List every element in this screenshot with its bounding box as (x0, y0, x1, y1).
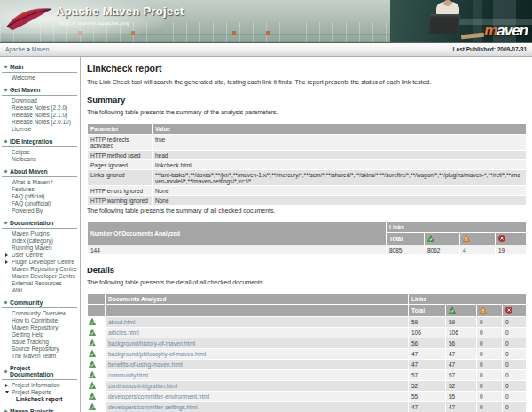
links-warn: 0 (477, 328, 502, 338)
links-total: 55 (409, 392, 445, 401)
links-total: 59 (409, 317, 445, 327)
site-title: Apache Maven Project (56, 4, 184, 18)
links-warn: 4 (460, 245, 495, 254)
sidebar-item-maven-repository-centre[interactable]: Maven Repository Centre (0, 266, 80, 273)
table-row: HTTP method used head (88, 151, 526, 159)
links-warn: 0 (477, 381, 502, 391)
summary-table: Number Of Documents Analyzed Links Total… (87, 222, 527, 255)
links-warn: 0 (477, 338, 502, 348)
page: Apache Maven Project http:// maven.apach… (0, 0, 532, 412)
breadcrumb-link-maven[interactable]: Maven (32, 46, 50, 52)
sidebar-item-maven-developer-centre[interactable]: Maven Developer Centre (0, 273, 80, 280)
sidebar-item-download[interactable]: Download (0, 97, 80, 105)
links-err: 0 (503, 392, 526, 401)
links-ok: 52 (446, 381, 476, 391)
links-ok: 55 (446, 392, 476, 401)
document-link[interactable]: community.html (108, 372, 148, 378)
sidebar-nav: Main Welcome Get Maven Download Release … (0, 57, 81, 412)
table-row: Pages ignored linkcheck.html (88, 160, 526, 169)
apache-feather-logo[interactable] (4, 4, 55, 37)
sidebar-item-maven-plugins[interactable]: Maven Plugins (0, 230, 80, 237)
success-icon (89, 339, 96, 346)
document-link[interactable]: continuous-integration.html (108, 383, 177, 389)
breadcrumb-link-apache[interactable]: Apache (5, 46, 25, 52)
table-row: articles.html 106 106 0 0 (88, 328, 526, 338)
sidebar-item-external-resources[interactable]: External Resources (0, 280, 80, 287)
document-link[interactable]: about.html (108, 319, 135, 325)
table-row: HTTP redirects activated true (88, 135, 526, 150)
sidebar-item-project-information[interactable]: Project Information (0, 382, 80, 389)
links-err: 0 (503, 317, 526, 327)
sidebar-item-index-category[interactable]: Index (category) (0, 237, 80, 245)
sidebar-item-how-to-contribute[interactable]: How to Contribute (0, 317, 80, 324)
success-icon (89, 393, 96, 400)
success-icon (89, 350, 96, 357)
sidebar-item-running-maven[interactable]: Running Maven (0, 245, 80, 252)
links-err: 0 (503, 349, 526, 359)
details-intro-text: The following table presents the detail … (87, 279, 527, 285)
links-total: 47 (409, 402, 445, 412)
sidebar-item-issue-tracking[interactable]: Issue Tracking (0, 338, 80, 346)
banner-grid-marker (266, 31, 270, 35)
sidebar-item-faq-unofficial[interactable]: FAQ (unofficial) (0, 200, 80, 207)
sidebar-item-what-is-maven[interactable]: What is Maven? (0, 179, 80, 186)
value-cell: linkcheck.html (153, 160, 526, 169)
sidebar-item-netbeans[interactable]: Netbeans (0, 156, 80, 163)
success-icon (89, 371, 96, 378)
sidebar-item-license[interactable]: License (0, 126, 80, 133)
sidebar-item-features[interactable]: Features (0, 186, 80, 193)
document-link[interactable]: background/philosophy-of-maven.html (108, 351, 206, 357)
sidebar-item-maven-repository[interactable]: Maven Repository (0, 324, 80, 331)
sidebar-item-release-notes-2010[interactable]: Release Notes (2.0.10) (0, 119, 80, 126)
sidebar-item-linkcheck-report[interactable]: Linkcheck report (0, 396, 80, 403)
document-link[interactable]: developers/committer-settings.html (108, 404, 198, 410)
document-link[interactable]: articles.html (108, 330, 139, 336)
sidebar-item-welcome[interactable]: Welcome (0, 74, 80, 82)
sidebar-item-getting-help[interactable]: Getting Help (0, 331, 80, 338)
success-icon (89, 361, 96, 368)
sidebar-item-source-repository[interactable]: Source Repository (0, 346, 80, 353)
sidebar-section-title: Main (2, 62, 77, 73)
sidebar-item-release-notes-220[interactable]: Release Notes (2.2.0) (0, 105, 80, 112)
links-ok: 47 (446, 349, 476, 359)
maven-logo[interactable]: maven (484, 22, 528, 40)
sidebar-item-project-reports[interactable]: Project Reports (0, 389, 80, 396)
summary-heading: Summary (87, 95, 527, 105)
params-intro-text: The following table presents the summary… (87, 109, 527, 115)
document-link[interactable]: developers/committer-environment.html (108, 393, 209, 400)
table-row: community.html 57 57 0 0 (88, 370, 526, 380)
chevron-down-icon (5, 391, 9, 393)
sidebar-section-title: Get Maven (2, 85, 77, 96)
table-row: 144 8085 8062 4 19 (88, 245, 526, 254)
links-err: 0 (503, 402, 526, 412)
links-ok: 59 (446, 317, 476, 327)
section-marker-icon (4, 221, 7, 224)
table-row: background/philosophy-of-maven.html 47 4… (88, 349, 526, 359)
sidebar-item-wiki[interactable]: Wiki (0, 287, 80, 294)
links-warn: 0 (477, 360, 502, 369)
sidebar-item-the-maven-team[interactable]: The Maven Team (0, 353, 80, 360)
sidebar-section-title: Project Documentation (2, 363, 77, 380)
sidebar-item-eclipse[interactable]: Eclipse (0, 149, 80, 156)
table-row: about.html 59 59 0 0 (88, 317, 526, 327)
docs-intro-text: The following table presents the summary… (87, 207, 527, 214)
sidebar-item-powered-by[interactable]: Powered By (0, 207, 80, 214)
sidebar-item-user-centre[interactable]: User Centre (0, 252, 80, 259)
chevron-right-icon (5, 253, 8, 257)
param-cell: HTTP errors ignored (88, 186, 152, 195)
document-link[interactable]: background/history-of-maven.html (108, 340, 195, 346)
site-url: http:// maven.apache.org (59, 20, 184, 26)
sidebar-item-plugin-developer-centre[interactable]: Plugin Developer Centre (0, 259, 80, 266)
sidebar-item-faq-official[interactable]: FAQ (official) (0, 193, 80, 200)
sidebar-item-release-notes-210[interactable]: Release Notes (2.1.0) (0, 112, 80, 119)
success-icon (89, 318, 96, 325)
document-link[interactable]: benefits-of-using-maven.html (108, 361, 183, 368)
breadcrumb-bar: Apache>Maven Last Published: 2009-07-31 (0, 43, 532, 57)
value-cell: **/ant-tasks/*,**/doxia/*,**/jxr/*,**/ma… (153, 170, 526, 185)
links-err: 0 (503, 370, 526, 380)
banner-grid-marker (232, 31, 236, 35)
section-marker-icon (4, 169, 7, 173)
sidebar-item-community-overview[interactable]: Community Overview (0, 310, 80, 317)
links-header: Links (387, 222, 526, 232)
sidebar-section-maven-projects: Maven Projects Ant Tasks Doxia JXR Maven… (0, 407, 80, 412)
